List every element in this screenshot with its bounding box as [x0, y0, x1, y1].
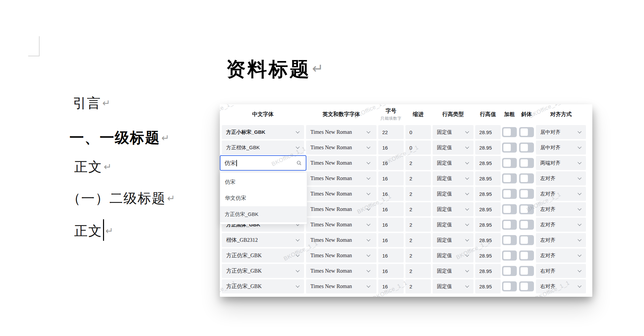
italic-toggle[interactable]	[519, 281, 534, 291]
font-size-input[interactable]: 16	[378, 218, 404, 232]
align-select[interactable]: 左对齐	[536, 233, 586, 247]
italic-toggle[interactable]	[519, 220, 534, 230]
indent-input[interactable]: 2	[405, 233, 431, 247]
font-option[interactable]: 华文仿宋	[220, 190, 307, 206]
italic-toggle[interactable]	[519, 189, 534, 199]
english-font-select[interactable]: Times New Roman	[306, 156, 377, 170]
english-font-select[interactable]: Times New Roman	[306, 202, 377, 216]
english-font-select[interactable]: Times New Roman	[306, 141, 377, 155]
line-height-type-select[interactable]: 固定值	[433, 202, 474, 216]
line-height-type-select[interactable]: 固定值	[433, 279, 474, 293]
align-select[interactable]: 左对齐	[536, 248, 586, 263]
chinese-font-select[interactable]: 方正小标宋_GBK	[222, 125, 304, 139]
line-height-type-select[interactable]: 固定值	[433, 264, 474, 278]
line-height-type-select[interactable]: 固定值	[433, 233, 474, 247]
font-size-input[interactable]: 16	[378, 233, 404, 247]
indent-input[interactable]: 2	[405, 279, 431, 293]
align-select[interactable]: 左对齐	[536, 218, 586, 232]
font-size-input[interactable]: 16	[378, 141, 404, 155]
font-search-input[interactable]: 仿宋	[220, 155, 306, 171]
italic-toggle[interactable]	[519, 143, 534, 153]
english-font-select[interactable]: Times New Roman	[306, 125, 377, 139]
bold-toggle[interactable]	[502, 173, 517, 183]
line-height-value-input[interactable]: 28.95	[475, 233, 501, 247]
line-height-type-value: 固定值	[437, 237, 452, 243]
font-option-active[interactable]: 方正仿宋_GBK	[220, 206, 307, 222]
line-height-value-input[interactable]: 28.95	[475, 187, 501, 201]
italic-toggle[interactable]	[519, 127, 534, 137]
bold-toggle[interactable]	[502, 204, 517, 214]
indent-input[interactable]: 2	[405, 171, 431, 185]
line-height-value-input[interactable]: 28.95	[475, 218, 501, 232]
bold-toggle[interactable]	[502, 158, 517, 168]
english-font-select[interactable]: Times New Roman	[306, 187, 377, 201]
bold-toggle[interactable]	[502, 281, 517, 291]
indent-input[interactable]: 2	[405, 156, 431, 170]
bold-toggle[interactable]	[502, 266, 517, 276]
font-size-value: 16	[382, 237, 388, 243]
line-height-value-input[interactable]: 28.95	[475, 125, 501, 139]
font-size-input[interactable]: 16	[378, 187, 404, 201]
line-height-type-select[interactable]: 固定值	[433, 218, 474, 232]
bold-toggle[interactable]	[502, 220, 517, 230]
line-height-type-select[interactable]: 固定值	[433, 187, 474, 201]
indent-input[interactable]: 0	[405, 141, 431, 155]
indent-input[interactable]: 2	[405, 264, 431, 278]
indent-input[interactable]: 2	[405, 218, 431, 232]
align-select[interactable]: 左对齐	[536, 171, 586, 185]
line-height-value-input[interactable]: 28.95	[475, 141, 501, 155]
font-size-input[interactable]: 16	[378, 156, 404, 170]
align-select[interactable]: 右对齐	[536, 264, 586, 278]
line-height-type-select[interactable]: 固定值	[433, 141, 474, 155]
line-height-value-input[interactable]: 28.95	[475, 202, 501, 216]
italic-toggle[interactable]	[519, 235, 534, 245]
bold-toggle[interactable]	[502, 143, 517, 153]
english-font-select[interactable]: Times New Roman	[306, 248, 377, 263]
align-select[interactable]: 居中对齐	[536, 125, 586, 139]
line-height-value-input[interactable]: 28.95	[475, 279, 501, 293]
english-font-select[interactable]: Times New Roman	[306, 171, 377, 185]
line-height-value-input[interactable]: 28.95	[475, 264, 501, 278]
font-option[interactable]: 仿宋	[220, 174, 307, 190]
line-height-value-input[interactable]: 28.95	[475, 156, 501, 170]
indent-input[interactable]: 2	[405, 187, 431, 201]
english-font-select[interactable]: Times New Roman	[306, 279, 377, 293]
font-size-input[interactable]: 16	[378, 202, 404, 216]
indent-input[interactable]: 0	[405, 125, 431, 139]
english-font-select[interactable]: Times New Roman	[306, 218, 377, 232]
bold-toggle[interactable]	[502, 189, 517, 199]
chinese-font-select[interactable]: 楷体_GB2312	[222, 233, 304, 247]
chinese-font-select[interactable]: 方正仿宋_GBK	[222, 279, 304, 293]
font-size-input[interactable]: 16	[378, 171, 404, 185]
align-select[interactable]: 左对齐	[536, 202, 586, 216]
font-size-input[interactable]: 16	[378, 248, 404, 263]
align-select[interactable]: 左对齐	[536, 187, 586, 201]
italic-toggle[interactable]	[519, 266, 534, 276]
chinese-font-select[interactable]: 方正仿宋_GBK	[222, 248, 304, 263]
font-size-input[interactable]: 22	[378, 125, 404, 139]
align-select[interactable]: 两端对齐	[536, 156, 586, 170]
english-font-select[interactable]: Times New Roman	[306, 264, 377, 278]
line-height-type-select[interactable]: 固定值	[433, 171, 474, 185]
bold-toggle[interactable]	[502, 127, 517, 137]
font-size-input[interactable]: 16	[378, 279, 404, 293]
chinese-font-select[interactable]: 方正楷体_GBK	[222, 141, 304, 155]
chinese-font-select[interactable]: 方正仿宋_GBK	[222, 264, 304, 278]
english-font-select[interactable]: Times New Roman	[306, 233, 377, 247]
align-select[interactable]: 右对齐	[536, 279, 586, 293]
font-size-input[interactable]: 16	[378, 264, 404, 278]
line-height-value-input[interactable]: 28.95	[475, 248, 501, 263]
line-height-type-select[interactable]: 固定值	[433, 125, 474, 139]
indent-input[interactable]: 2	[405, 248, 431, 263]
line-height-type-select[interactable]: 固定值	[433, 156, 474, 170]
align-select[interactable]: 居中对齐	[536, 141, 586, 155]
bold-toggle[interactable]	[502, 235, 517, 245]
italic-toggle[interactable]	[519, 158, 534, 168]
indent-input[interactable]: 2	[405, 202, 431, 216]
italic-toggle[interactable]	[519, 173, 534, 183]
italic-toggle[interactable]	[519, 204, 534, 214]
bold-toggle[interactable]	[502, 250, 517, 261]
line-height-type-select[interactable]: 固定值	[433, 248, 474, 263]
line-height-value-input[interactable]: 28.95	[475, 171, 501, 185]
italic-toggle[interactable]	[519, 250, 534, 261]
